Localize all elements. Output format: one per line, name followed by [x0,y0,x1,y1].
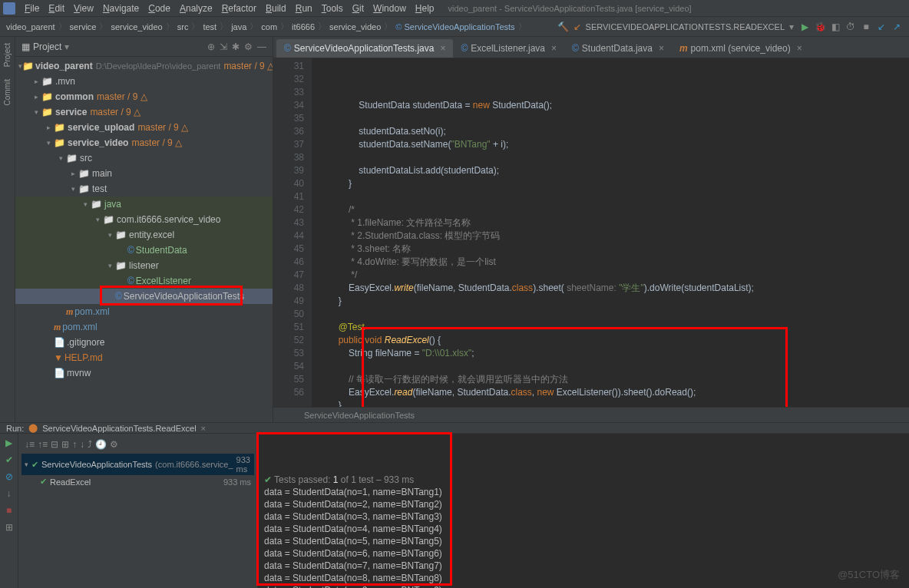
project-tab[interactable]: Project [2,37,13,73]
collapse-all-icon[interactable]: ⊞ [61,439,69,450]
run-icon[interactable]: ▶ [798,21,811,33]
window-title: video_parent - ServiceVideoApplicationTe… [448,4,691,13]
project-panel: ▦ Project ▾ ⊕ ⇲ ✱ ⚙ — ▾video_parentD:\De… [15,37,273,422]
tab-StudentData.java[interactable]: ©StudentData.java× [564,39,672,58]
profile-icon[interactable]: ⏱ [845,21,857,33]
editor-tabs: ©ServiceVideoApplicationTests.java×©Exce… [273,37,909,58]
test-child[interactable]: ✔ReadExcel 933 ms [21,475,254,488]
collapse-icon[interactable]: ✱ [232,41,240,52]
line-gutter: 3132333435363738394041424344454647484950… [273,58,312,407]
menu-navigate[interactable]: Navigate [98,2,144,15]
commit-tab[interactable]: Commit [2,73,13,111]
ide-logo [3,2,15,15]
run-label: Run: [6,424,24,433]
stop-icon[interactable]: ■ [860,21,872,33]
run-side-icons: ▶ ✔ ⊘ ↓ ■ ⊞ [0,434,18,588]
tab-pom.xml (service_video)[interactable]: mpom.xml (service_video)× [672,39,810,58]
down-icon[interactable]: ↓ [3,487,15,500]
breadcrumb[interactable]: video_parent 〉service 〉service_video 〉sr… [6,21,527,32]
console-output[interactable]: ✔ Tests passed: 1 of 1 test – 933 msdata… [258,434,909,588]
watermark: @51CTO博客 [838,568,900,582]
close-icon: × [659,43,664,54]
project-tree[interactable]: ▾video_parentD:\Develop\IdeaPro\video_pa… [15,57,273,422]
close-icon: × [797,43,802,54]
update-icon[interactable]: ↙ [875,21,888,33]
select-opened-icon[interactable]: ⊕ [207,41,215,52]
editor-breadcrumb[interactable]: ServiceVideoApplicationTests [273,407,909,422]
menu-edit[interactable]: Edit [44,2,69,15]
selected-file-svat[interactable]: ©ServiceVideoApplicationTests [15,289,273,304]
menu-build[interactable]: Build [261,2,291,15]
run-close-icon[interactable]: × [201,424,206,433]
build-icon[interactable]: 🔨 [557,21,569,32]
gear-icon[interactable]: ⚙ [110,439,118,450]
test-root[interactable]: ▾✔ ServiceVideoApplicationTests(com.it66… [21,454,254,475]
run-title: ServiceVideoApplicationTests.ReadExcel [42,424,196,433]
toggle-pass-icon[interactable]: ✔ [3,454,15,466]
stop-run-icon[interactable]: ■ [3,504,15,517]
layout-icon[interactable]: ⊞ [3,521,15,533]
tab-ServiceVideoApplicationTests.java[interactable]: ©ServiceVideoApplicationTests.java× [276,39,453,58]
menu-refactor[interactable]: Refactor [217,2,261,15]
menu-help[interactable]: Help [411,2,439,15]
run-test-tree: ↓≡ ↑≡ ⊟ ⊞ ↑ ↓ ⤴ 🕘 ⚙ ▾✔ ServiceVideoAppli… [18,434,258,588]
menu-window[interactable]: Window [369,2,411,15]
close-icon: × [440,43,445,54]
expand-all-icon[interactable]: ⊟ [51,439,58,450]
editor-panel: ©ServiceVideoApplicationTests.java×©Exce… [273,37,909,422]
rerun-icon[interactable]: ▶ [3,437,15,449]
git-pull-icon[interactable]: ↗ [891,21,903,33]
menu-tools[interactable]: Tools [317,2,348,15]
nav-bar: video_parent 〉service 〉service_video 〉sr… [0,17,909,37]
run-panel: Run: ⬤ ServiceVideoApplicationTests.Read… [0,422,909,588]
export-icon[interactable]: ⤴ [88,439,92,450]
sort-icon[interactable]: ↓≡ [25,439,35,450]
hide-icon[interactable]: — [257,41,266,52]
expand-icon[interactable]: ⇲ [220,41,227,52]
menu-git[interactable]: Git [348,2,369,15]
menu-bar: FileEditViewNavigateCodeAnalyzeRefactorB… [0,0,909,17]
filter-icon[interactable]: ↑≡ [38,439,48,450]
menu-run[interactable]: Run [291,2,317,15]
menu-view[interactable]: View [69,2,98,15]
left-tool-tabs: Project Commit [0,37,15,422]
tab-ExcelListener.java[interactable]: ©ExcelListener.java× [453,39,564,58]
menu-code[interactable]: Code [144,2,175,15]
toggle-skip-icon[interactable]: ⊘ [3,471,15,483]
menu-file[interactable]: File [20,2,44,15]
next-icon[interactable]: ↓ [80,439,84,450]
close-icon: × [551,43,557,54]
run-config-selector[interactable]: SERVICEVIDEOAPPLICATIONTESTS.READEXCEL [586,22,785,31]
code-area[interactable]: StudentData studentData = new StudentDat… [312,58,909,407]
debug-icon[interactable]: 🐞 [814,21,826,33]
settings-icon[interactable]: ⚙ [244,41,253,52]
coverage-icon[interactable]: ◧ [829,21,841,33]
history-icon[interactable]: 🕘 [95,439,107,450]
prev-icon[interactable]: ↑ [72,439,77,450]
editor-body[interactable]: 3132333435363738394041424344454647484950… [273,58,909,407]
project-title: Project [33,41,61,52]
menu-analyze[interactable]: Analyze [175,2,217,15]
